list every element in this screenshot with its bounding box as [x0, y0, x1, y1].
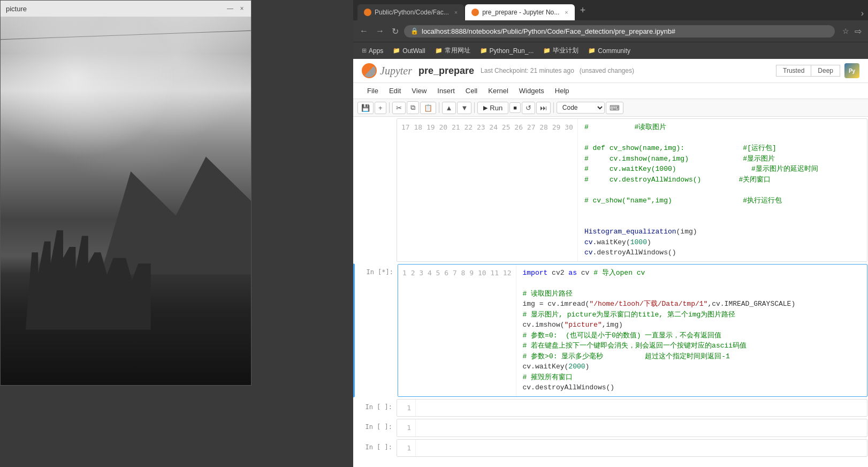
- cut-button[interactable]: ✂: [392, 102, 406, 114]
- cell-3-line-numbers: 1: [397, 400, 416, 417]
- cell-4-code-block: 1: [397, 419, 867, 436]
- jupyter-header-right: Trusted Deep Py: [776, 63, 859, 78]
- copy-button[interactable]: ⧉: [407, 101, 419, 114]
- refresh-button[interactable]: ↻: [390, 24, 401, 39]
- run-triangle-icon: ▶: [483, 104, 488, 111]
- graduation-folder-icon: 📁: [543, 47, 551, 54]
- cell-5-content[interactable]: 1: [397, 439, 867, 457]
- cell-2-line-numbers: 1 2 3 4 5 6 7 8 9 10 11 12: [398, 265, 516, 396]
- bookmark-python-run[interactable]: 📁 Python_Run_...: [476, 46, 538, 56]
- bookmark-community[interactable]: 📁 Community: [584, 46, 635, 56]
- cell-1-code-block: 17 18 19 20 21 22 23 24 25 26 27 28 29 3…: [397, 119, 867, 261]
- bookmark-graduation[interactable]: 📁 毕业计划: [539, 45, 583, 56]
- tab-label-1: Public/Python/Code/Fac...: [375, 9, 449, 16]
- browser-tab-2[interactable]: pre_prepare - Jupyter No... ×: [465, 4, 575, 20]
- deep-button[interactable]: Deep: [811, 65, 840, 77]
- cell-1: 17 18 19 20 21 22 23 24 25 26 27 28 29 3…: [353, 118, 868, 262]
- cell-1-content[interactable]: 17 18 19 20 21 22 23 24 25 26 27 28 29 3…: [397, 118, 867, 262]
- cell-1-code-lines: # #读取图片 # def cv_show(name,img): #[运行包] …: [578, 119, 867, 261]
- stop-button[interactable]: ■: [509, 102, 521, 113]
- bookmarks-bar: ⊞ Apps 📁 OutWall 📁 常用网址 📁 Python_Run_...…: [353, 42, 868, 59]
- cell-2-label: In [*]:: [355, 264, 398, 397]
- cell-3-label: In [ ]:: [354, 399, 397, 417]
- jupyter-checkpoint: Last Checkpoint: 21 minutes ago (unsaved…: [481, 67, 634, 74]
- new-tab-button[interactable]: +: [576, 5, 590, 16]
- url-input-container: 🔒: [404, 25, 835, 37]
- toolbar-divider-2: [439, 102, 439, 113]
- bookmark-outwall[interactable]: 📁 OutWall: [389, 46, 429, 56]
- close-button[interactable]: ×: [238, 5, 246, 12]
- cell-2-content[interactable]: 1 2 3 4 5 6 7 8 9 10 11 12 import cv2 as…: [398, 264, 867, 397]
- menu-file[interactable]: File: [362, 85, 384, 97]
- tab-favicon-1: [364, 9, 371, 16]
- bookmark-common-sites[interactable]: 📁 常用网址: [431, 45, 475, 56]
- save-button[interactable]: 💾: [357, 102, 374, 114]
- lock-icon: 🔒: [410, 27, 418, 35]
- jupyter-logo: Jupyter: [362, 63, 412, 78]
- tab-close-1[interactable]: ×: [454, 9, 458, 16]
- community-folder-icon: 📁: [588, 47, 596, 54]
- browser-tab-1[interactable]: Public/Python/Code/Fac... ×: [357, 4, 464, 20]
- menu-view[interactable]: View: [406, 85, 432, 97]
- cell-4: In [ ]: 1: [353, 418, 868, 438]
- picture-image: [1, 17, 251, 385]
- picture-title: picture: [6, 5, 27, 13]
- cell-5-code-block: 1: [397, 440, 867, 457]
- menu-kernel[interactable]: Kernel: [483, 85, 514, 97]
- cell-4-label: In [ ]:: [354, 419, 397, 437]
- menu-insert[interactable]: Insert: [432, 85, 460, 97]
- picture-content: [1, 17, 251, 385]
- cell-1-line-numbers: 17 18 19 20 21 22 23 24 25 26 27 28 29 3…: [397, 119, 578, 261]
- picture-titlebar-buttons: — ×: [226, 5, 246, 12]
- url-right-icons: ☆: [842, 27, 849, 35]
- toolbar-divider-3: [474, 102, 475, 113]
- picture-window: picture — ×: [0, 0, 252, 386]
- restart-button[interactable]: ↺: [522, 102, 535, 114]
- tab-close-2[interactable]: ×: [565, 9, 568, 16]
- menu-cell[interactable]: Cell: [460, 85, 483, 97]
- browser-expand-icon: ›: [861, 9, 864, 18]
- kernel-type-select[interactable]: Code Markdown Raw: [557, 102, 605, 114]
- tab-bar: Public/Python/Code/Fac... × pre_prepare …: [353, 0, 868, 20]
- menu-widgets[interactable]: Widgets: [514, 85, 550, 97]
- minimize-button[interactable]: —: [226, 5, 234, 12]
- tab-favicon-2: [471, 9, 479, 16]
- keyboard-shortcuts-button[interactable]: ⌨: [606, 102, 623, 114]
- tab-bar-right: ›: [861, 9, 864, 20]
- run-label: Run: [490, 104, 502, 112]
- python-icon: Py: [844, 63, 859, 78]
- cell-1-label: [354, 118, 397, 262]
- url-input[interactable]: [422, 27, 828, 35]
- bookmark-common-sites-label: 常用网址: [445, 46, 470, 55]
- bookmark-apps-label: Apps: [369, 47, 383, 55]
- cell-4-content[interactable]: 1: [397, 419, 867, 437]
- bookmark-star-button[interactable]: ☆: [842, 27, 849, 35]
- jupyter-logo-icon: [362, 63, 377, 78]
- cell-3: In [ ]: 1: [353, 398, 868, 418]
- tab-label-2: pre_prepare - Jupyter No...: [482, 9, 559, 16]
- back-button[interactable]: ←: [357, 24, 370, 38]
- open-tab-button[interactable]: ⇨: [852, 24, 864, 39]
- move-down-button[interactable]: ▼: [457, 102, 471, 114]
- cell-2: In [*]: 1 2 3 4 5 6 7 8 9 10 11 12 impor…: [353, 263, 868, 397]
- notebook-cells[interactable]: 17 18 19 20 21 22 23 24 25 26 27 28 29 3…: [353, 117, 868, 467]
- picture-titlebar: picture — ×: [1, 1, 251, 17]
- toolbar-divider-1: [389, 102, 390, 113]
- cell-2-code-lines: import cv2 as cv # 导入open cv # 读取图片路径 im…: [516, 265, 867, 396]
- menu-edit[interactable]: Edit: [384, 85, 406, 97]
- run-button[interactable]: ▶ Run: [477, 102, 508, 114]
- cell-3-content[interactable]: 1: [397, 399, 867, 417]
- forward-button[interactable]: →: [374, 24, 386, 38]
- restart-run-button[interactable]: ⏭: [536, 102, 551, 114]
- trusted-button[interactable]: Trusted: [776, 65, 811, 77]
- cell-3-code-block: 1: [397, 400, 867, 417]
- jupyter-notebook-name[interactable]: pre_prepare: [418, 65, 474, 77]
- move-up-button[interactable]: ▲: [442, 102, 456, 114]
- url-bar: ← → ↻ 🔒 ☆ ⇨: [353, 20, 868, 42]
- bookmark-graduation-label: 毕业计划: [553, 46, 578, 55]
- add-cell-button[interactable]: +: [375, 102, 386, 114]
- menu-help[interactable]: Help: [550, 85, 575, 97]
- paste-button[interactable]: 📋: [420, 102, 436, 114]
- browser-panel: Public/Python/Code/Fac... × pre_prepare …: [353, 0, 868, 467]
- bookmark-apps[interactable]: ⊞ Apps: [357, 46, 387, 56]
